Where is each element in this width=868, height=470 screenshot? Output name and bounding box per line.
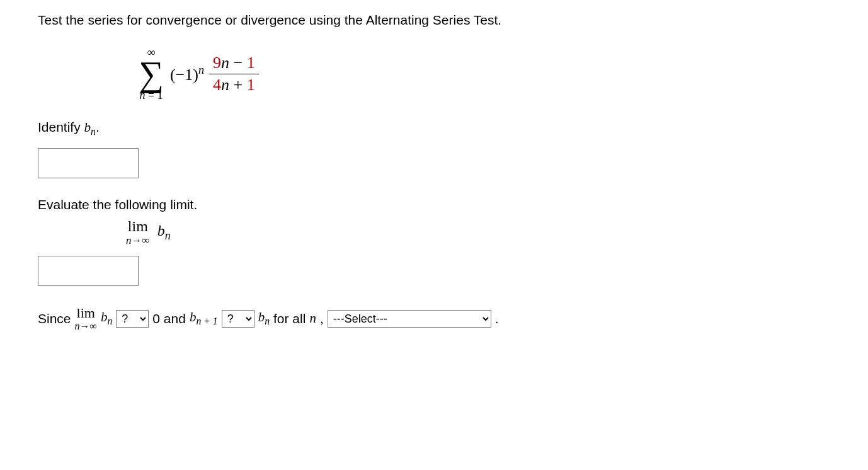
- comparison-select-2[interactable]: ?: [222, 310, 254, 328]
- question-text: Test the series for convergence or diver…: [38, 13, 830, 28]
- identify-bn-input[interactable]: [38, 148, 139, 178]
- series-fraction: 9n − 1 4n + 1: [209, 54, 259, 95]
- fraction-numerator: 9n − 1: [209, 54, 259, 74]
- sigma-symbol: ∑: [139, 58, 164, 89]
- period-text: .: [495, 311, 499, 326]
- series-formula: ∞ ∑ n = 1 (−1)n 9n − 1 4n + 1: [139, 47, 830, 101]
- bn-text-1: bn: [101, 309, 112, 327]
- conclusion-line: Since lim n→∞ bn ? 0 and bn + 1 ? bn for…: [38, 306, 830, 331]
- zero-and-text: 0 and: [152, 311, 186, 326]
- fraction-denominator: 4n + 1: [209, 74, 259, 95]
- limit-operator: lim n→∞: [126, 219, 150, 246]
- comparison-select-1[interactable]: ?: [116, 310, 149, 328]
- bn-text-2: bn: [258, 309, 270, 327]
- limit-expression: lim n→∞ bn: [126, 219, 830, 246]
- evaluate-prompt: Evaluate the following limit.: [38, 197, 830, 212]
- comma-text: ,: [320, 311, 324, 326]
- bn-plus-1-text: bn + 1: [190, 309, 218, 327]
- sigma-lower: n = 1: [139, 89, 163, 101]
- limit-operator-final: lim n→∞: [75, 306, 97, 331]
- series-term-base: (−1)n: [170, 64, 204, 84]
- conclusion-select[interactable]: ---Select---: [328, 310, 491, 328]
- since-text: Since: [38, 311, 71, 326]
- for-all-text: for all: [273, 311, 306, 326]
- sigma-notation: ∞ ∑ n = 1: [139, 47, 164, 101]
- identify-prompt: Identify bn.: [38, 120, 830, 137]
- n-var: n: [309, 311, 316, 326]
- limit-value-input[interactable]: [38, 256, 139, 286]
